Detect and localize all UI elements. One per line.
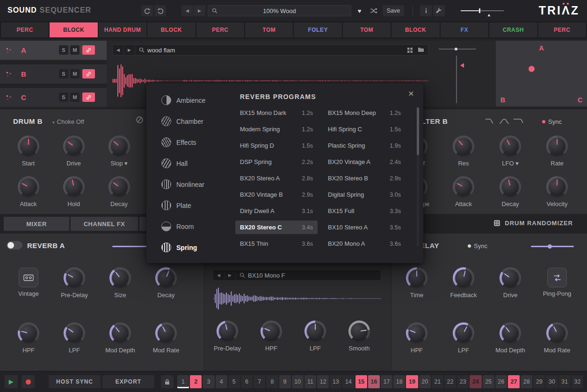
program-bx20-stereo-c[interactable]: BX20 Stereo C3.4s [235, 221, 318, 234]
step-6[interactable]: 6 [241, 375, 253, 388]
host-sync-button[interactable]: HOST SYNC [49, 375, 101, 388]
knob-start[interactable]: Start [18, 135, 39, 166]
link-button[interactable] [82, 45, 95, 55]
category-effects[interactable]: Effects [146, 132, 230, 153]
blend-xy-pad[interactable]: A B C [496, 41, 587, 107]
category-chamber[interactable]: Chamber [146, 111, 230, 132]
step-21[interactable]: 21 [432, 375, 443, 388]
program-dsp-spring[interactable]: DSP Spring2.2s [235, 155, 318, 169]
program-search-value[interactable]: BX10 Mono F [248, 272, 285, 279]
program-hifi-spring-c[interactable]: Hifi Spring C1.5s [323, 122, 406, 136]
step-14[interactable]: 14 [342, 375, 354, 388]
step-10[interactable]: 10 [292, 375, 304, 388]
fader-handle[interactable] [458, 63, 464, 68]
solo-button[interactable]: S [59, 69, 68, 78]
category-spring[interactable]: Spring [146, 237, 230, 258]
program-bx15-full[interactable]: BX15 Full3.3s [323, 204, 406, 218]
knob-mod-depth[interactable]: Mod Depth [495, 322, 525, 353]
pad-tab-perc[interactable]: PERC [196, 22, 244, 37]
step-19[interactable]: 19 [406, 375, 418, 388]
knob-res[interactable]: Res [453, 135, 474, 166]
sample-level-fader[interactable] [456, 56, 457, 103]
prev-program-button[interactable]: ◀ [213, 270, 225, 280]
program-bx20-vintage-a[interactable]: BX20 Vintage A2.4s [323, 155, 406, 169]
delay-slider-handle[interactable] [548, 244, 552, 249]
step-32[interactable]: 32 [572, 375, 583, 388]
category-hall[interactable]: Hall [146, 153, 230, 174]
knob-lpf[interactable]: LPF [64, 322, 85, 353]
link-button[interactable] [82, 69, 95, 78]
step-23[interactable]: 23 [457, 375, 469, 388]
knob-mod-depth[interactable]: Mod Depth [105, 322, 135, 353]
tab-channel-fx[interactable]: CHANNEL FX [71, 217, 138, 231]
step-8[interactable]: 8 [266, 375, 278, 388]
knob-drive[interactable]: Drive [500, 267, 521, 298]
next-sample-button[interactable]: ▶ [124, 45, 135, 55]
step-16[interactable]: 16 [368, 375, 380, 388]
step-22[interactable]: 22 [444, 375, 456, 388]
knob-ping-pong[interactable]: Ping-Pong [543, 267, 572, 298]
pad-tab-tom[interactable]: TOM [343, 22, 391, 37]
step-18[interactable]: 18 [393, 375, 405, 388]
program-bx15-mono-dark[interactable]: BX15 Mono Dark1.2s [235, 106, 318, 120]
pad-tab-perc[interactable]: PERC [1, 22, 49, 37]
program-bx20-mono-a[interactable]: BX20 Mono A3.6s [323, 237, 406, 250]
program-hifi-spring-d[interactable]: Hifi Spring D1.5s [235, 139, 318, 152]
program-bx20-stereo-a[interactable]: BX20 Stereo A2.8s [235, 171, 318, 185]
category-room[interactable]: Room [146, 216, 230, 237]
drum-randomizer-button[interactable]: DRUM RANDOMIZER [493, 220, 573, 227]
mute-button[interactable]: M [70, 69, 80, 78]
delay-sync-toggle[interactable]: Sync [468, 242, 487, 249]
knob-pre-delay[interactable]: Pre-Delay [214, 321, 241, 351]
folder-icon[interactable] [418, 47, 424, 53]
favorite-button[interactable]: ♥ [354, 5, 365, 16]
grid-view-icon[interactable] [407, 47, 413, 53]
prev-preset-button[interactable]: ◀ [181, 5, 193, 16]
sample-search-value[interactable]: wood flam [147, 47, 175, 54]
pad-tab-hand-drum[interactable]: HAND DRUM [99, 22, 146, 37]
knob-attack[interactable]: Attack [453, 176, 474, 207]
knob-lpf[interactable]: LPF [453, 322, 474, 353]
step-3[interactable]: 3 [203, 375, 214, 388]
knob-size[interactable]: Size [109, 267, 131, 298]
step-26[interactable]: 26 [495, 375, 507, 388]
link-button[interactable] [82, 93, 95, 102]
knob-hpf[interactable]: HPF [261, 321, 282, 351]
ping-pong-button[interactable] [547, 268, 567, 287]
vintage-button[interactable] [19, 268, 38, 287]
redo-button[interactable] [154, 5, 166, 16]
knob-decay[interactable]: Decay [155, 267, 177, 298]
knob-lpf[interactable]: LPF [304, 321, 326, 351]
step-7[interactable]: 7 [254, 375, 265, 388]
xy-pad-handle[interactable] [529, 66, 535, 72]
lock-button[interactable] [161, 375, 174, 388]
mute-button[interactable]: M [70, 45, 80, 55]
step-24[interactable]: 24 [470, 375, 481, 388]
pad-tab-block[interactable]: BLOCK [147, 22, 195, 37]
step-11[interactable]: 11 [304, 375, 316, 388]
highpass-icon[interactable] [513, 118, 523, 124]
program-bx20-stereo-b[interactable]: BX20 Stereo B2.9s [323, 171, 406, 185]
random-preset-button[interactable] [368, 5, 379, 16]
program-bx15-mono-deep[interactable]: BX15 Mono Deep1.2s [323, 106, 406, 120]
step-2[interactable]: 2 [190, 375, 202, 388]
bandpass-icon[interactable] [499, 118, 509, 124]
program-bx10-stereo-a[interactable]: BX10 Stereo A3.5s [323, 221, 406, 234]
record-button[interactable] [22, 375, 35, 388]
pad-tab-block[interactable]: BLOCK [50, 22, 97, 37]
solo-button[interactable]: S [59, 45, 68, 55]
knob-hpf[interactable]: HPF [18, 322, 39, 353]
step-1[interactable]: 1 [177, 375, 189, 388]
knob-smooth[interactable]: Smooth [348, 321, 370, 351]
settings-button[interactable] [433, 5, 445, 16]
knob-feedback[interactable]: Feedback [450, 267, 477, 298]
program-plastic-spring[interactable]: Plastic Spring1.9s [323, 139, 406, 152]
pad-tab-block[interactable]: BLOCK [391, 22, 439, 37]
program-bx15-thin[interactable]: BX15 Thin3.6s [235, 237, 318, 250]
volume-slider-handle[interactable] [479, 8, 480, 13]
close-button[interactable]: × [408, 88, 414, 98]
knob-decay[interactable]: Decay [109, 176, 130, 207]
sample-pan-slider[interactable] [439, 49, 476, 50]
mute-sample-icon[interactable] [136, 116, 144, 126]
pad-tab-crash[interactable]: CRASH [489, 22, 537, 37]
